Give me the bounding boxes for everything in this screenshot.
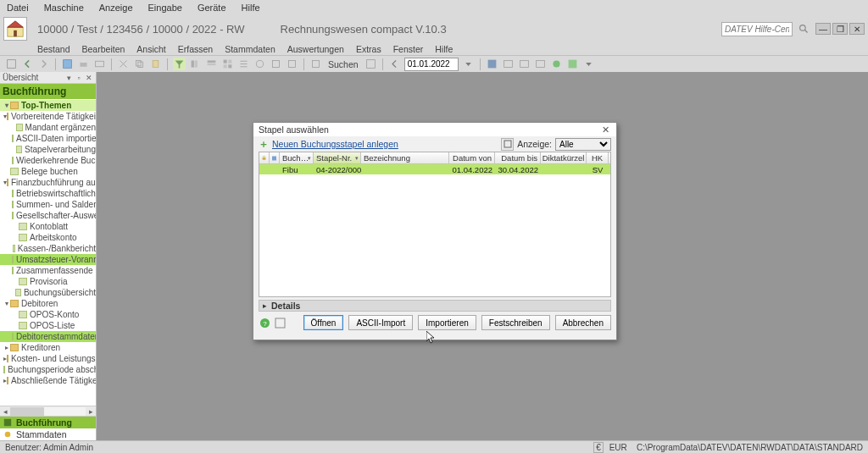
submenu-stammdaten[interactable]: Stammdaten: [225, 44, 275, 54]
submenu-erfassen[interactable]: Erfassen: [178, 44, 213, 54]
tree-twisty-icon[interactable]: ▸: [3, 344, 10, 351]
menu-hilfe[interactable]: Hilfe: [240, 3, 262, 13]
col-datum-bis[interactable]: Datum bis: [495, 152, 541, 163]
list-icon[interactable]: [237, 58, 250, 70]
tree-item[interactable]: ▸Abschließende Tätigkeiten: [0, 375, 96, 386]
sidebar-hscrollbar[interactable]: ◂ ▸: [0, 406, 96, 416]
tree-item[interactable]: ▾Top-Themen: [0, 100, 96, 111]
tree-twisty-icon[interactable]: ▾: [3, 102, 10, 109]
window-minimize-icon[interactable]: —: [815, 23, 831, 35]
help-icon[interactable]: ?: [259, 317, 270, 329]
menu-eingabe[interactable]: Eingabe: [147, 3, 184, 13]
toolbar-icon[interactable]: [5, 58, 18, 70]
submenu-bearbeiten[interactable]: Bearbeiten: [82, 44, 125, 54]
open-button[interactable]: Öffnen: [303, 315, 344, 330]
help-search-input[interactable]: [721, 22, 793, 36]
submenu-auswertungen[interactable]: Auswertungen: [287, 44, 344, 54]
tree-item[interactable]: Gesellschafter-Auswertung: [0, 210, 96, 221]
info-icon[interactable]: [274, 317, 286, 329]
sidenav-stammdaten[interactable]: Stammdaten: [0, 428, 96, 440]
toolbar-icon[interactable]: [286, 58, 298, 70]
toolbar-icon[interactable]: [566, 58, 579, 70]
col-hk[interactable]: HK: [587, 152, 609, 163]
back-icon[interactable]: [21, 58, 34, 70]
tree-item[interactable]: Provisoria: [0, 276, 96, 287]
toolbar-icon[interactable]: [309, 58, 322, 70]
col-lock-icon[interactable]: [259, 152, 270, 163]
tree-item[interactable]: ▸Kreditoren: [0, 342, 96, 353]
tree-item[interactable]: ASCII-Daten importieren: [0, 133, 96, 144]
panel-menu-icon[interactable]: ▾: [64, 74, 73, 82]
col-bezeichnung[interactable]: Bezeichnung: [361, 152, 449, 163]
plus-icon[interactable]: ＋: [259, 137, 269, 152]
dropdown-icon[interactable]: [582, 58, 595, 70]
menu-datei[interactable]: Datei: [5, 3, 31, 13]
panel-close-icon[interactable]: ✕: [85, 74, 93, 82]
toolbar-icon[interactable]: [502, 58, 515, 70]
toolbar-icon[interactable]: [518, 58, 531, 70]
save-icon[interactable]: [61, 58, 74, 70]
nav-tree[interactable]: ▾Top-Themen▾Vorbereitende TätigkeitenMan…: [0, 99, 96, 406]
grid-row[interactable]: Fibu 04-2022/0001 01.04.2022 30.04.2022 …: [259, 164, 610, 174]
toolbar-icon[interactable]: [189, 58, 202, 70]
tree-item[interactable]: Buchungsperiode abschließen: [0, 364, 96, 375]
tree-item[interactable]: Debitorenstammdaten: [0, 331, 96, 342]
col-status-icon[interactable]: [270, 152, 280, 163]
scroll-right-icon[interactable]: ▸: [86, 407, 96, 416]
filter-icon[interactable]: [173, 58, 186, 70]
tree-item[interactable]: Summen- und Saldenliste: [0, 199, 96, 210]
prev-icon[interactable]: [388, 58, 401, 70]
sidenav-buchfuehrung[interactable]: Buchführung: [0, 417, 96, 428]
cancel-button[interactable]: Abbrechen: [555, 315, 611, 330]
print-icon[interactable]: [77, 58, 90, 70]
tree-item[interactable]: OPOS-Liste: [0, 320, 96, 331]
tree-item[interactable]: Arbeitskonto: [0, 232, 96, 243]
toolbar-icon[interactable]: [486, 58, 498, 70]
import-button[interactable]: Importieren: [418, 315, 476, 330]
submenu-hilfe[interactable]: Hilfe: [435, 44, 453, 54]
col-diktat[interactable]: Diktatkürzel: [541, 152, 587, 163]
tree-item[interactable]: Kassen-/Bankbericht: [0, 243, 96, 254]
window-close-icon[interactable]: ✕: [849, 23, 865, 35]
col-buch[interactable]: Buch…▾: [280, 152, 314, 163]
new-stapel-link[interactable]: Neuen Buchungsstapel anlegen: [272, 139, 398, 149]
tree-item[interactable]: ▾Vorbereitende Tätigkeiten: [0, 111, 96, 122]
submenu-extras[interactable]: Extras: [356, 44, 381, 54]
copy-icon[interactable]: [133, 58, 146, 70]
menu-maschine[interactable]: Maschine: [42, 3, 86, 13]
tree-item[interactable]: Betriebswirtschaftliche Aus…: [0, 188, 96, 199]
tree-item[interactable]: Wiederkehrende Buchunge…: [0, 155, 96, 166]
menu-anzeige[interactable]: Anzeige: [97, 3, 135, 13]
scroll-thumb[interactable]: [10, 407, 44, 416]
tree-item[interactable]: Belege buchen: [0, 166, 96, 177]
vm-menubar[interactable]: Datei Maschine Anzeige Eingabe Geräte Hi…: [0, 0, 868, 14]
tree-twisty-icon[interactable]: ▾: [3, 300, 10, 307]
refresh-icon[interactable]: [550, 58, 563, 70]
toolbar-icon[interactable]: [253, 58, 266, 70]
tree-item[interactable]: Mandant ergänzen: [0, 122, 96, 133]
submenu-ansicht[interactable]: Ansicht: [136, 44, 165, 54]
festschreiben-button[interactable]: Festschreiben: [481, 315, 550, 330]
tree-item[interactable]: OPOS-Konto: [0, 309, 96, 320]
forward-icon[interactable]: [37, 58, 50, 70]
toolbar-icon[interactable]: [221, 58, 234, 70]
toolbar-icon[interactable]: [364, 58, 377, 70]
tree-item[interactable]: Kontoblatt: [0, 221, 96, 232]
scroll-track[interactable]: [10, 407, 86, 416]
window-restore-icon[interactable]: ❐: [832, 23, 848, 35]
scroll-left-icon[interactable]: ◂: [0, 407, 10, 416]
toolbar-icon[interactable]: [93, 58, 106, 70]
toolbar-icon[interactable]: [270, 58, 282, 70]
tree-item[interactable]: Stapelverarbeitung: [0, 144, 96, 155]
tree-item[interactable]: Zusammenfassende Meldung: [0, 265, 96, 276]
tree-item[interactable]: ▾Debitoren: [0, 298, 96, 309]
app-menubar[interactable]: Bestand Bearbeiten Ansicht Erfassen Stam…: [0, 43, 868, 55]
menu-geraete[interactable]: Geräte: [196, 3, 228, 13]
dialog-close-icon[interactable]: ✕: [599, 124, 611, 135]
anzeige-select[interactable]: Alle: [555, 138, 611, 151]
details-expander[interactable]: ▸ Details: [259, 300, 611, 312]
ascii-import-button[interactable]: ASCII-Import: [348, 315, 413, 330]
tree-item[interactable]: Umsatzsteuer-Voranmeldung: [0, 254, 96, 265]
cut-icon[interactable]: [117, 58, 130, 70]
toolbar-icon[interactable]: [534, 58, 547, 70]
